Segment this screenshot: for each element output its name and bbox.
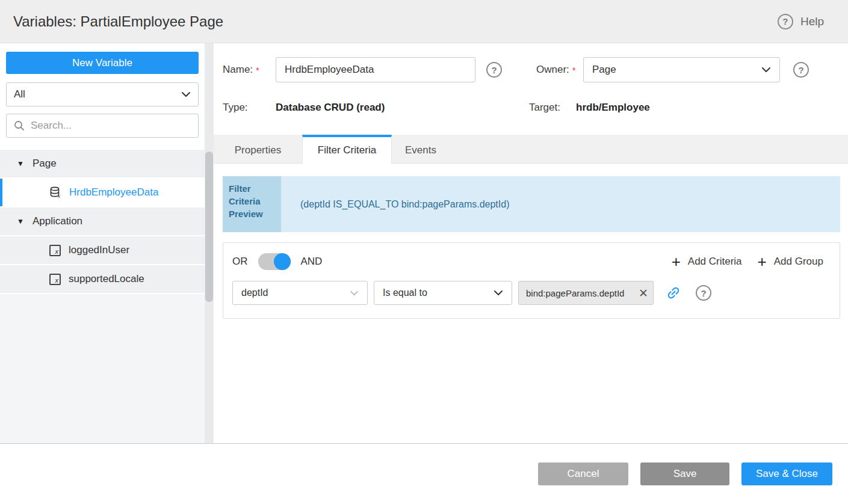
or-label: OR <box>232 256 248 268</box>
tab-properties[interactable]: Properties <box>214 135 302 164</box>
tree-item-label: supportedLocale <box>69 273 144 285</box>
triangle-down-icon[interactable]: ▼ <box>17 217 24 226</box>
variable-icon: x <box>49 274 61 285</box>
dialog-footer: Cancel Save Save & Close <box>0 444 848 504</box>
triangle-down-icon[interactable]: ▼ <box>17 159 24 168</box>
search-icon <box>14 120 25 131</box>
owner-label: Owner: <box>536 64 569 76</box>
tab-label: Events <box>405 144 436 156</box>
bind-link-icon[interactable] <box>666 285 681 301</box>
criteria-help-icon[interactable]: ? <box>696 285 711 301</box>
owner-select[interactable]: Page <box>583 57 780 82</box>
save-button[interactable]: Save <box>640 463 729 485</box>
chevron-down-icon <box>494 290 503 296</box>
criteria-operator-select[interactable]: Is equal to <box>374 281 512 305</box>
preview-label: Filter Criteria Preview <box>223 176 281 232</box>
owner-help-icon[interactable]: ? <box>793 62 809 78</box>
help-button[interactable]: ? Help <box>778 14 824 29</box>
field-selected-value: deptId <box>241 287 268 298</box>
add-criteria-label: Add Criteria <box>688 256 742 268</box>
variable-detail-panel: Name: * ? Owner: * Page <box>214 43 848 443</box>
variable-form: Name: * ? Owner: * Page <box>214 43 848 114</box>
tree-group-application[interactable]: ▼ Application <box>0 207 205 235</box>
and-label: AND <box>301 256 323 268</box>
tab-label: Filter Criteria <box>318 144 376 156</box>
target-label: Target: <box>529 102 560 114</box>
name-label: Name: <box>223 64 253 76</box>
tree-group-label: Page <box>32 158 57 170</box>
required-marker: * <box>256 65 259 75</box>
criteria-group: OR AND + Add Criteria <box>223 242 840 319</box>
name-input[interactable] <box>276 57 475 82</box>
database-icon: x <box>49 186 61 198</box>
tree-item-supportedlocale[interactable]: x supportedLocale <box>0 265 205 293</box>
variable-search[interactable] <box>6 114 199 138</box>
chevron-down-icon <box>181 91 191 97</box>
svg-text:x: x <box>57 194 61 198</box>
filter-selected-value: All <box>14 88 25 100</box>
tree-group-label: Application <box>32 215 82 227</box>
tree-item-loggedinuser[interactable]: x loggedInUser <box>0 236 205 264</box>
tab-filter-criteria[interactable]: Filter Criteria <box>302 135 392 164</box>
page-title: Variables: PartialEmployee Page <box>13 13 223 30</box>
criteria-row: deptId Is equal to bind:pa <box>232 281 831 305</box>
variable-type-filter-select[interactable]: All <box>6 82 199 106</box>
add-group-button[interactable]: + Add Group <box>758 254 823 269</box>
search-input[interactable] <box>31 120 191 132</box>
cancel-button[interactable]: Cancel <box>538 463 628 485</box>
criteria-field-select[interactable]: deptId <box>232 281 368 305</box>
preview-expression: (deptId IS_EQUAL_TO bind:pageParams.dept… <box>281 176 840 232</box>
criteria-value-field[interactable]: bind:pageParams.deptId ✕ <box>518 281 654 305</box>
owner-selected-value: Page <box>592 64 616 76</box>
plus-icon: + <box>758 254 767 269</box>
chevron-down-icon <box>350 290 359 296</box>
variable-icon: x <box>49 245 61 256</box>
name-help-icon[interactable]: ? <box>486 62 502 78</box>
filter-criteria-preview: Filter Criteria Preview (deptId IS_EQUAL… <box>223 176 840 232</box>
add-criteria-button[interactable]: + Add Criteria <box>672 254 742 269</box>
tree-item-label: loggedInUser <box>69 244 129 256</box>
or-and-toggle[interactable] <box>258 253 291 270</box>
type-label: Type: <box>223 102 248 114</box>
clear-value-icon[interactable]: ✕ <box>637 286 648 300</box>
new-variable-button[interactable]: New Variable <box>6 52 199 74</box>
tree-group-page[interactable]: ▼ Page <box>0 150 205 177</box>
target-value: hrdb/Employee <box>576 102 781 114</box>
scrollbar-thumb[interactable] <box>205 152 213 302</box>
sidebar-background <box>0 294 205 443</box>
help-label: Help <box>800 15 824 28</box>
type-value: Database CRUD (read) <box>276 102 495 114</box>
tab-label: Properties <box>235 144 281 156</box>
criteria-value-text: bind:pageParams.deptId <box>526 288 637 298</box>
tab-events[interactable]: Events <box>392 135 450 164</box>
toggle-knob[interactable] <box>274 253 291 270</box>
chevron-down-icon <box>761 67 771 73</box>
add-group-label: Add Group <box>774 256 823 268</box>
save-and-close-button[interactable]: Save & Close <box>741 463 832 485</box>
help-icon[interactable]: ? <box>778 14 793 29</box>
filter-criteria-panel: Filter Criteria Preview (deptId IS_EQUAL… <box>214 164 848 443</box>
detail-tabs: Properties Filter Criteria Events <box>214 135 848 164</box>
dialog-header: Variables: PartialEmployee Page ? Help <box>0 0 848 43</box>
operator-selected-value: Is equal to <box>383 287 427 298</box>
variables-dialog: Variables: PartialEmployee Page ? Help N… <box>0 0 848 504</box>
sidebar-scrollbar[interactable] <box>205 43 214 443</box>
tree-item-hrdbemployeedata[interactable]: x HrdbEmployeeData <box>0 179 205 206</box>
variables-tree: ▼ Page x HrdbEmployeeData ▼ Application … <box>0 150 205 294</box>
tree-item-label: HrdbEmployeeData <box>69 186 158 198</box>
plus-icon: + <box>672 254 681 269</box>
required-marker: * <box>572 65 576 75</box>
variables-sidebar: New Variable All ▼ Page <box>0 43 214 443</box>
